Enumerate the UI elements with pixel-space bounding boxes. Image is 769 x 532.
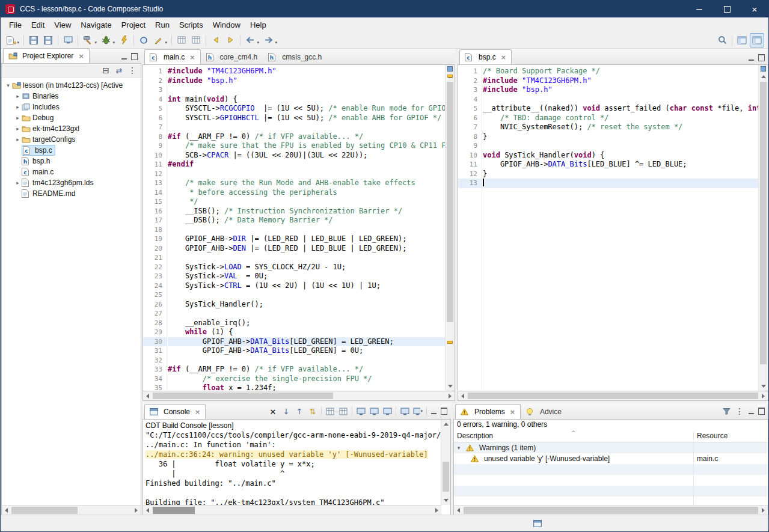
tree-item-targetconfigs[interactable]: ▸targetConfigs xyxy=(2,134,141,145)
code-line[interactable]: } xyxy=(483,170,759,179)
minimize-view-icon[interactable] xyxy=(748,408,755,415)
new-file-button[interactable]: +▾ xyxy=(4,34,17,47)
code-line[interactable]: /* make sure that the FPU is enabled by … xyxy=(168,141,446,151)
nav-back-button[interactable]: ▾ xyxy=(244,34,257,47)
tree-item-ek-tm4c123gxl[interactable]: ▸ek-tm4c123gxl xyxy=(2,123,141,134)
problems-item-row[interactable]: unused variable 'y' [-Wunused-variable]m… xyxy=(454,453,768,464)
menu-view[interactable]: View xyxy=(49,19,76,31)
maximize-window-button[interactable] xyxy=(713,1,741,17)
tab-bsp.c[interactable]: cbsp.c× xyxy=(459,49,512,64)
line-number[interactable]: 32 xyxy=(143,356,167,365)
line-number[interactable]: 15 xyxy=(143,197,167,207)
line-number[interactable]: 27 xyxy=(143,309,167,319)
code-line[interactable]: __DSB(); /* Data Memory Barrier */ xyxy=(168,216,446,225)
link-with-editor-icon[interactable]: ⇄ xyxy=(114,66,124,75)
build-button[interactable]: ▾ xyxy=(81,34,94,47)
line-number[interactable]: 11 xyxy=(143,160,167,170)
code-line[interactable]: SCB->CPACR |= ((3UL << 20U)|(3UL << 22U)… xyxy=(168,151,446,161)
tab-main.c[interactable]: cmain.c× xyxy=(144,49,201,64)
code-line[interactable]: SysTick_Handler(); xyxy=(168,300,446,310)
dropdown-arrow-icon[interactable]: ▾ xyxy=(257,40,259,45)
editor-vscrollbar[interactable] xyxy=(445,65,455,391)
code-line[interactable]: } xyxy=(483,132,759,142)
code-line[interactable] xyxy=(483,141,759,151)
overview-ruler-header[interactable] xyxy=(761,66,766,72)
view-menu-icon[interactable]: ⋮ xyxy=(735,406,744,416)
tab-advice[interactable]: Advice xyxy=(521,404,567,419)
line-number[interactable]: 6 xyxy=(458,114,482,123)
code-area-bsp-c[interactable]: /* Board Support Package */#include "TM4… xyxy=(483,65,759,391)
project-tree[interactable]: ▾lesson (in tm4c123-ccs) [Active▸Binarie… xyxy=(2,78,141,505)
line-number[interactable]: 5 xyxy=(143,104,167,114)
explorer-hscrollbar[interactable] xyxy=(2,505,141,515)
line-number[interactable]: 33 xyxy=(143,365,167,375)
line-number[interactable]: 13 xyxy=(143,179,167,188)
prev-edit-button[interactable] xyxy=(209,34,222,47)
previous-item-icon[interactable]: ↑ xyxy=(295,406,304,416)
code-area-main-c[interactable]: #include "TM4C123GH6PM.h"#include "bsp.h… xyxy=(168,65,446,391)
line-number[interactable]: 17 xyxy=(143,216,167,225)
code-line[interactable] xyxy=(168,85,446,95)
code-line[interactable]: SysTick->CTRL = (1U << 2U) | (1U << 1U) … xyxy=(168,281,446,291)
code-line[interactable]: int main(void) { xyxy=(168,95,446,105)
line-number[interactable]: 24 xyxy=(143,281,167,291)
maximize-view-icon[interactable] xyxy=(758,54,765,61)
code-line[interactable]: #if (__ARM_FP != 0) /* if VFP available.… xyxy=(168,132,446,142)
line-number[interactable]: 1 xyxy=(143,67,167,76)
code-line[interactable] xyxy=(168,290,446,300)
editor-hscrollbar[interactable] xyxy=(142,391,455,401)
editor-main-c[interactable]: 1234567891011121314151617181920212223242… xyxy=(142,64,455,391)
line-number[interactable]: 2 xyxy=(143,76,167,86)
line-number[interactable]: 26 xyxy=(143,300,167,310)
menu-window[interactable]: Window xyxy=(208,19,245,31)
column-header-resource[interactable]: Resource xyxy=(693,432,768,440)
line-number[interactable]: 29 xyxy=(143,328,167,337)
line-number[interactable]: 30 xyxy=(143,337,167,347)
tree-chevron-icon[interactable]: ▸ xyxy=(14,104,22,110)
code-line[interactable]: #include "bsp.h" xyxy=(483,85,759,95)
code-line[interactable]: __enable_irq(); xyxy=(168,319,446,328)
menu-project[interactable]: Project xyxy=(117,19,150,31)
next-item-icon[interactable]: ↓ xyxy=(281,406,291,416)
code-line[interactable]: #if (__ARM_FP != 0) /* if VFP available.… xyxy=(168,365,446,375)
console-vscrollbar[interactable] xyxy=(441,420,450,505)
line-number[interactable]: 14 xyxy=(143,188,167,198)
tab-console[interactable]: Console × xyxy=(144,404,206,419)
line-number[interactable]: 10 xyxy=(143,151,167,161)
line-number-ruler[interactable]: 1234567891011121314151617181920212223242… xyxy=(143,65,167,391)
menu-edit[interactable]: Edit xyxy=(26,19,49,31)
close-console-tab-icon[interactable]: × xyxy=(195,408,200,416)
column-header-description[interactable]: Description ^ xyxy=(454,432,693,440)
problems-hscrollbar[interactable] xyxy=(454,505,768,515)
overview-ruler-header[interactable] xyxy=(447,66,453,72)
line-number[interactable]: 16 xyxy=(143,207,167,216)
minimize-view-icon[interactable] xyxy=(430,408,437,415)
code-line[interactable]: #include "bsp.h" xyxy=(168,76,446,86)
tree-chevron-icon[interactable]: ▸ xyxy=(14,136,22,142)
status-console-icon[interactable] xyxy=(532,518,543,529)
save-button[interactable] xyxy=(27,34,40,47)
code-line[interactable]: SysTick->LOAD = SYS_CLOCK_HZ/2U - 1U; xyxy=(168,263,446,272)
line-number[interactable]: 12 xyxy=(458,170,482,179)
tree-chevron-icon[interactable]: ▾ xyxy=(4,82,12,88)
filter-icon[interactable] xyxy=(722,406,731,416)
tree-selection[interactable]: cbsp.c xyxy=(22,145,55,156)
line-number[interactable]: 8 xyxy=(143,132,167,142)
tree-chevron-icon[interactable]: ▸ xyxy=(14,180,22,186)
code-line[interactable]: */ xyxy=(168,197,446,207)
menu-navigate[interactable]: Navigate xyxy=(76,19,116,31)
close-tab-icon[interactable]: × xyxy=(189,54,195,61)
line-number[interactable]: 21 xyxy=(143,253,167,263)
remove-launch-icon[interactable]: × xyxy=(268,406,278,416)
scroll-lock-icon[interactable] xyxy=(356,406,366,416)
minimize-window-button[interactable] xyxy=(685,1,713,17)
tree-item-includes[interactable]: ▸Includes xyxy=(2,102,141,112)
close-tab-icon[interactable]: × xyxy=(501,54,506,61)
tree-item-debug[interactable]: ▸Debug xyxy=(2,112,141,123)
code-line[interactable]: GPIOF_AHB->DATA_Bits[LED_GREEN] = LED_GR… xyxy=(168,337,446,347)
close-explorer-icon[interactable]: × xyxy=(78,52,84,60)
warning-marker[interactable] xyxy=(447,75,453,78)
tree-item-bsp.c[interactable]: cbsp.c xyxy=(2,145,141,156)
problems-group-row[interactable]: ▾Warnings (1 item) xyxy=(454,442,768,453)
minimize-view-icon[interactable] xyxy=(748,55,755,61)
